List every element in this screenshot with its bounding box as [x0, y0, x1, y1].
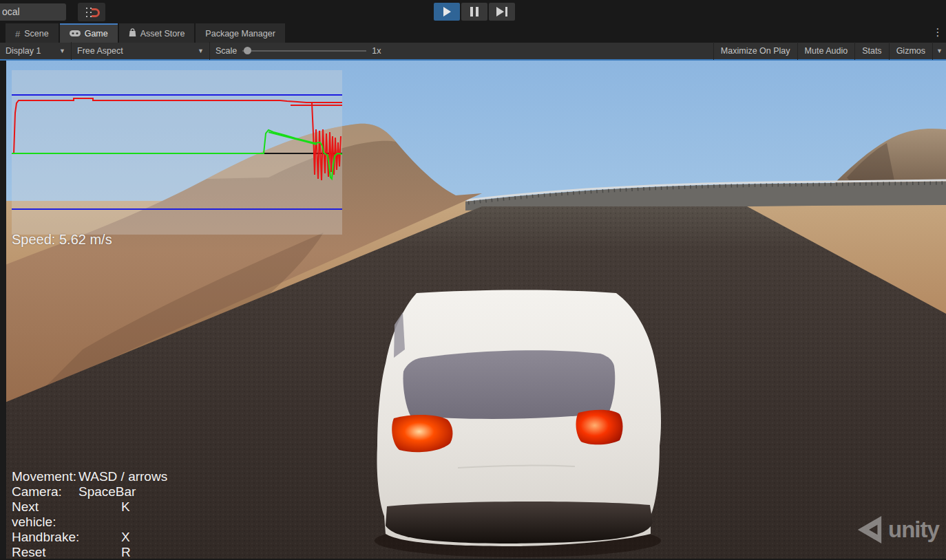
tab-game[interactable]: Game [60, 23, 118, 43]
maximize-on-play-button[interactable]: Maximize On Play [713, 42, 797, 60]
control-key: R [78, 545, 131, 560]
telemetry-series-green-telemetry-branch [269, 132, 317, 144]
car [377, 290, 661, 547]
dock-left-border [0, 61, 6, 559]
tab-scene-label: Scene [24, 29, 48, 39]
tab-scene[interactable]: # Scene [6, 23, 59, 43]
car-rear-window [403, 350, 615, 419]
aspect-dropdown[interactable]: Free Aspect ▼ [72, 42, 209, 60]
game-view-toolbar: Display 1 ▼ Free Aspect ▼ Scale 1x Maxim… [0, 43, 946, 61]
telemetry-graph [12, 70, 342, 235]
telemetry-graph-panel [12, 70, 342, 235]
grid-snap-magnet-icon [85, 6, 98, 19]
control-label: Reset [12, 545, 78, 560]
grid-snap-button[interactable] [78, 3, 105, 21]
unity-logo-icon [855, 515, 884, 545]
tab-asset-store-label: Asset Store [140, 29, 185, 39]
control-label: Movement: [12, 469, 78, 484]
play-button[interactable] [434, 3, 460, 21]
scale-value: 1x [372, 46, 381, 56]
play-icon [443, 7, 451, 17]
controls-hud: Movement: WASD / arrows Camera: SpaceBar… [12, 469, 167, 560]
display-dropdown[interactable]: Display 1 ▼ [0, 42, 71, 60]
aspect-dropdown-label: Free Aspect [77, 46, 123, 56]
scale-slider[interactable] [242, 46, 366, 56]
tab-package-manager[interactable]: Package Manager [196, 23, 284, 43]
car-bumper [386, 502, 653, 543]
kebab-menu-icon[interactable]: ⋮ [932, 26, 943, 39]
control-row-next-vehicle: Next vehicle: K [12, 499, 167, 530]
control-row-camera: Camera: SpaceBar [12, 484, 167, 499]
game-view-toolbar-right: Maximize On Play Mute Audio Stats Gizmos… [713, 42, 946, 60]
car-taillight-left [392, 415, 452, 452]
display-dropdown-label: Display 1 [6, 46, 41, 56]
step-button[interactable] [489, 3, 515, 21]
chevron-down-icon: ▼ [198, 47, 204, 54]
main-toolbar: ocal [0, 0, 946, 23]
chevron-down-icon: ▼ [936, 47, 943, 54]
unity-editor-window: ocal # Scene [0, 0, 946, 560]
unity-watermark: unity [855, 515, 939, 545]
control-row-handbrake: Handbrake: X [12, 530, 167, 545]
step-icon [496, 7, 507, 17]
game-viewport: Speed: 5.62 m/s Movement: WASD / arrows … [0, 61, 946, 559]
tab-strip: # Scene Game Asset Store Package Manager… [0, 23, 946, 43]
unity-watermark-text: unity [888, 517, 939, 543]
telemetry-series-green-telemetry [12, 130, 342, 179]
tab-package-manager-label: Package Manager [205, 29, 275, 39]
control-key: X [78, 530, 130, 545]
gamepad-icon [70, 29, 81, 39]
control-row-movement: Movement: WASD / arrows [12, 469, 167, 484]
grid-hash-icon: # [15, 29, 20, 39]
mute-audio-button[interactable]: Mute Audio [797, 42, 855, 60]
local-handle-button[interactable]: ocal [0, 3, 66, 21]
chevron-down-icon: ▼ [59, 47, 65, 54]
scale-control: Scale 1x [210, 42, 386, 60]
speed-hud: Speed: 5.62 m/s [12, 232, 112, 248]
tab-game-label: Game [85, 29, 108, 39]
scale-label: Scale [216, 46, 237, 56]
gizmos-caret-button[interactable]: ▼ [932, 42, 946, 60]
control-label: Next vehicle: [12, 499, 78, 530]
control-label: Handbrake: [12, 530, 78, 545]
pause-button[interactable] [461, 3, 487, 21]
pause-icon [470, 7, 479, 17]
gizmos-button[interactable]: Gizmos [889, 42, 932, 60]
play-controls [434, 3, 515, 21]
control-label: Camera: [12, 484, 78, 499]
control-key: SpaceBar [78, 484, 136, 499]
control-row-reset: Reset R [12, 545, 167, 560]
control-key: WASD / arrows [78, 469, 167, 484]
telemetry-series-red-oscillation [312, 103, 341, 180]
control-key: K [78, 499, 130, 530]
stats-button[interactable]: Stats [854, 42, 889, 60]
scale-slider-thumb[interactable] [244, 47, 251, 54]
telemetry-series-red-telemetry [14, 98, 342, 154]
car-taillight-right [576, 410, 623, 445]
shopping-bag-icon [129, 28, 136, 39]
tab-asset-store[interactable]: Asset Store [119, 23, 195, 43]
